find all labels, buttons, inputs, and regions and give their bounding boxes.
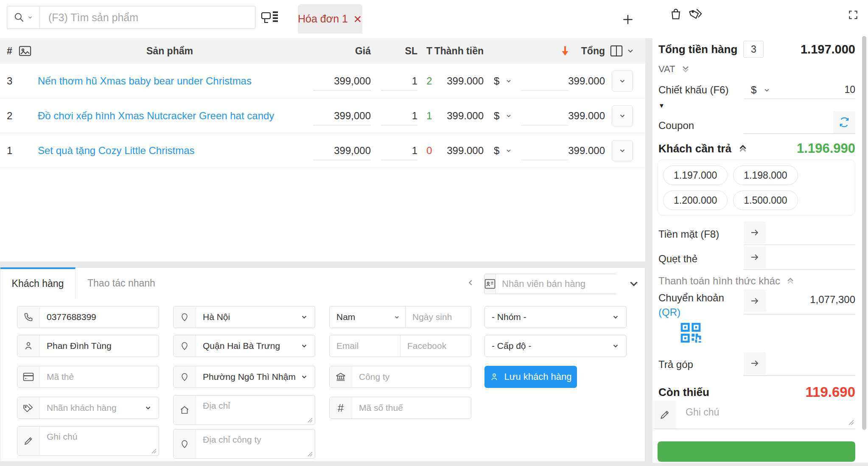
card-code-field[interactable]	[17, 366, 159, 388]
customer-note-field[interactable]	[17, 426, 159, 456]
expand-panel-icon[interactable]	[628, 278, 639, 289]
level-select[interactable]: - Cấp độ -	[484, 335, 627, 357]
resize-handle[interactable]	[308, 418, 313, 423]
close-icon[interactable]	[353, 14, 362, 24]
chevron-down-icon	[300, 373, 308, 381]
city-select[interactable]: Hà Nội	[173, 306, 315, 328]
level-value[interactable]: - Cấp độ -	[485, 335, 626, 357]
company-input[interactable]	[352, 366, 471, 387]
phone-field[interactable]	[17, 306, 159, 328]
company-address-input[interactable]	[196, 430, 315, 458]
district-value[interactable]: Quận Hai Bà Trưng	[196, 335, 315, 357]
address-field[interactable]	[173, 395, 315, 425]
expand-row-button[interactable]	[612, 140, 633, 161]
transfer-qr-link[interactable]: (QR)	[658, 306, 680, 318]
coupon-refresh-button[interactable]	[833, 111, 855, 133]
facebook-input[interactable]	[400, 335, 471, 357]
price-input[interactable]: 399,000	[313, 141, 371, 160]
transfer-value[interactable]: 1,077,300	[744, 294, 855, 306]
suggestion-pill[interactable]: 1.200.000	[663, 191, 728, 210]
product-name-link[interactable]: Đồ chơi xếp hình Xmas Nutcracker Green h…	[38, 110, 274, 122]
resize-handle[interactable]	[848, 420, 854, 425]
add-invoice-button[interactable]	[620, 12, 636, 27]
header-chevron-icon[interactable]	[626, 47, 635, 55]
price-input[interactable]: 399,000	[313, 106, 371, 125]
quantity-input[interactable]: 1	[381, 106, 417, 125]
suggestion-pill[interactable]: 1.198.000	[733, 166, 798, 185]
order-note-input[interactable]	[676, 401, 855, 429]
caret-down-icon[interactable]: ▼	[658, 102, 665, 109]
address-input[interactable]	[196, 396, 315, 424]
cash-apply-button[interactable]	[744, 222, 766, 244]
company-field[interactable]	[329, 366, 471, 388]
resize-handle[interactable]	[308, 452, 313, 457]
installment-apply-button[interactable]	[744, 352, 766, 374]
discount-unit-selector[interactable]: $	[494, 145, 521, 157]
group-value[interactable]: - Nhóm -	[485, 306, 626, 328]
tab-quick-actions[interactable]: Thao tác nhanh	[87, 268, 155, 298]
customer-label-value[interactable]: Nhãn khách hàng	[40, 397, 159, 418]
pencil-icon	[17, 427, 40, 455]
product-name-link[interactable]: Set quà tặng Cozy Little Christmas	[38, 145, 195, 157]
tax-code-field[interactable]: #	[329, 397, 471, 419]
card-input-underline[interactable]	[744, 269, 855, 269]
search-input[interactable]	[40, 11, 255, 24]
tab-invoice[interactable]: Hóa đơn 1	[298, 4, 362, 34]
cash-input-underline[interactable]	[744, 244, 855, 245]
quantity-input[interactable]: 1	[381, 71, 417, 90]
discount-value[interactable]: 10	[744, 84, 855, 95]
coupon-input-underline[interactable]	[744, 133, 855, 134]
qr-code-icon[interactable]	[679, 321, 703, 345]
tab-customer[interactable]: Khách hàng	[0, 267, 76, 298]
birthday-input[interactable]	[406, 306, 471, 328]
district-select[interactable]: Quận Hai Bà Trưng	[173, 335, 315, 357]
customer-note-input[interactable]	[40, 427, 159, 455]
double-chevron-up-icon[interactable]	[737, 143, 748, 154]
double-chevron-up-icon[interactable]	[785, 276, 795, 286]
pay-button[interactable]	[658, 441, 855, 462]
staff-field[interactable]	[484, 274, 617, 294]
expand-row-button[interactable]	[612, 70, 633, 92]
customer-name-field[interactable]	[17, 335, 159, 357]
chevron-down-icon	[505, 147, 512, 154]
barcode-scanner-icon[interactable]	[260, 10, 279, 25]
product-search[interactable]	[7, 6, 255, 29]
ward-value[interactable]: Phường Ngô Thì Nhậm	[196, 366, 315, 387]
price-tags-icon[interactable]	[689, 8, 703, 20]
installment-input-underline[interactable]	[744, 375, 855, 376]
gender-select[interactable]: Nam	[330, 306, 405, 328]
company-address-field[interactable]	[173, 429, 315, 459]
email-input[interactable]	[330, 335, 400, 357]
column-settings-icon[interactable]	[610, 45, 623, 57]
suggestion-pill[interactable]: 1.197.000	[663, 166, 728, 185]
header-product: Sản phẩm	[106, 45, 233, 57]
tax-code-input[interactable]	[352, 397, 471, 418]
chevron-down-icon	[394, 314, 400, 320]
shopping-bag-icon[interactable]	[669, 8, 682, 20]
double-chevron-down-icon[interactable]	[680, 64, 691, 74]
card-code-input[interactable]	[40, 366, 159, 387]
customer-label-select[interactable]: Nhãn khách hàng	[17, 397, 159, 419]
ward-select[interactable]: Phường Ngô Thì Nhậm	[173, 366, 315, 388]
search-mode-selector[interactable]	[7, 6, 40, 28]
card-apply-button[interactable]	[744, 246, 766, 268]
discount-unit-selector[interactable]: $	[494, 110, 521, 122]
sidebar-scrollbar[interactable]	[862, 36, 866, 430]
customer-name-input[interactable]	[40, 335, 159, 357]
save-customer-button[interactable]: Lưu khách hàng	[484, 366, 577, 388]
group-select[interactable]: - Nhóm -	[484, 306, 627, 328]
phone-input[interactable]	[40, 306, 159, 328]
order-note-field[interactable]	[653, 401, 855, 429]
collapse-left-icon[interactable]	[466, 277, 476, 288]
city-value[interactable]: Hà Nội	[196, 306, 315, 328]
price-input[interactable]: 399,000	[313, 71, 371, 90]
resize-handle[interactable]	[151, 449, 157, 454]
suggestion-pill[interactable]: 1.500.000	[733, 191, 798, 210]
product-name-link[interactable]: Nến thơm hũ Xmas baby bear under Christm…	[38, 75, 252, 87]
fullscreen-icon[interactable]	[848, 9, 859, 20]
quantity-input[interactable]: 1	[381, 141, 417, 160]
staff-input[interactable]	[496, 274, 630, 294]
discount-unit-selector[interactable]: $	[494, 75, 521, 87]
expand-row-button[interactable]	[612, 105, 633, 126]
customer-pay-row: Khách cần trả 1.196.990	[658, 141, 855, 156]
